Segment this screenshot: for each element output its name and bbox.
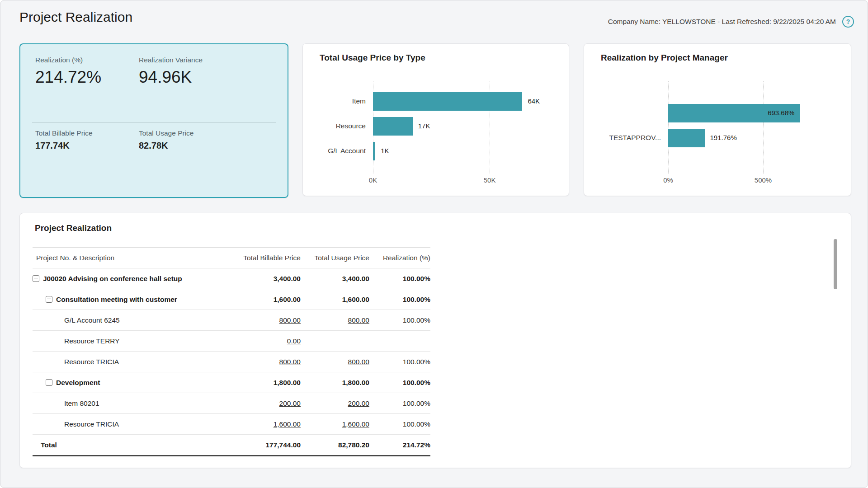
realization-cell: 100.00% [369,289,430,310]
drill-link[interactable]: 1,600.00 [274,420,301,428]
table-total-row: Total 177,744.00 82,780.20 214.72% [33,435,430,456]
x-axis-tick: 500% [755,176,772,184]
kpi-bottom-metrics: Total Billable Price 177.74K Total Usage… [35,129,276,151]
usage-price-by-type-chart-card: Total Usage Price by Type 0K50KItem64KRe… [302,43,569,196]
realization-cell [369,331,430,352]
bar-value-label: 693.68% [768,108,794,117]
realization-cell: 100.00% [369,352,430,372]
column-header-billable[interactable]: Total Billable Price [234,248,301,268]
table-row: Item 80201200.00200.00100.00% [33,393,430,414]
billable-cell: 1,600.00 [234,414,301,435]
drill-link[interactable]: 800.00 [279,316,301,324]
realization-cell: 100.00% [369,372,430,393]
kpi-total-usage: Total Usage Price 82.78K [139,129,276,151]
table-row: Development1,800.001,800.00100.00% [33,372,430,393]
realization-cell: 100.00% [369,393,430,414]
description-cell: Development [33,372,234,393]
drill-link[interactable]: 800.00 [279,358,301,366]
chart-bar[interactable] [373,117,413,136]
category-label: Item [318,97,366,106]
total-usage: 82,780.20 [301,435,369,456]
billable-cell: 1,800.00 [234,372,301,393]
billable-cell: 800.00 [234,310,301,331]
description-cell: J00020 Advising on conference hall setup [33,268,234,289]
kpi-label: Realization Variance [139,56,276,64]
drill-link[interactable]: 800.00 [348,316,369,324]
category-label: Resource [318,122,366,131]
table-row: G/L Account 6245800.00800.00100.00% [33,310,430,331]
collapse-minus-icon[interactable] [46,379,52,386]
row-description: J00020 Advising on conference hall setup [43,275,182,282]
billable-cell: 0.00 [234,331,301,352]
table-title: Project Realization [35,223,112,233]
x-axis-tick: 0% [663,176,673,184]
chart-gridline [668,81,669,174]
collapse-minus-icon[interactable] [33,275,39,282]
chart-bar[interactable] [373,92,522,111]
page-title: Project Realization [19,9,132,25]
collapse-minus-icon[interactable] [46,296,52,303]
drill-link[interactable]: 1,600.00 [342,420,369,428]
row-description: Resource TERRY [64,337,120,345]
usage-cell: 800.00 [301,352,369,372]
table-row: J00020 Advising on conference hall setup… [33,268,430,289]
column-header-description[interactable]: Project No. & Description [33,248,234,268]
usage-cell: 200.00 [301,393,369,414]
usage-cell: 3,400.00 [301,268,369,289]
usage-cell: 800.00 [301,310,369,331]
bar-value-label: 1K [381,146,389,155]
row-description: G/L Account 6245 [64,316,120,324]
help-icon[interactable]: ? [842,16,854,28]
kpi-value: 94.96K [139,68,276,87]
total-billable: 177,744.00 [234,435,301,456]
drill-link[interactable]: 800.00 [348,358,369,366]
row-description: Development [56,379,100,386]
dashboard-window: Project Realization Company Name: YELLOW… [0,0,868,488]
project-realization-table: Project No. & Description Total Billable… [33,247,430,456]
billable-cell: 200.00 [234,393,301,414]
chart-gridline [763,81,764,174]
description-cell: Item 80201 [33,393,234,414]
kpi-label: Realization (%) [35,56,139,64]
category-label: G/L Account [318,146,366,155]
drill-link[interactable]: 200.00 [348,399,369,407]
row-description: Item 80201 [64,399,99,407]
kpi-label: Total Billable Price [35,129,139,137]
chart-plot-area: 0%500%693.68%TESTAPPROV...191.76% [599,44,846,196]
billable-cell: 1,600.00 [234,289,301,310]
description-cell: Consultation meeting with customer [33,289,234,310]
bar-value-label: 191.76% [710,133,737,142]
usage-cell: 1,600.00 [301,414,369,435]
table-scrollbar[interactable] [834,239,837,289]
company-refresh-meta: Company Name: YELLOWSTONE - Last Refresh… [608,18,836,26]
realization-cell: 100.00% [369,414,430,435]
kpi-card: Realization (%) 214.72% Realization Vari… [19,43,288,198]
row-description: Consultation meeting with customer [56,296,177,303]
drill-link[interactable]: 0.00 [287,337,301,345]
kpi-value: 214.72% [35,68,139,87]
table-row: Resource TERRY0.00 [33,331,430,352]
kpi-value: 177.74K [35,141,139,151]
usage-cell [301,331,369,352]
header-meta-group: Company Name: YELLOWSTONE - Last Refresh… [608,16,854,28]
x-axis-tick: 50K [484,176,496,184]
kpi-realization-pct: Realization (%) 214.72% [35,56,139,87]
kpi-divider [32,122,276,122]
kpi-value: 82.78K [139,141,276,151]
description-cell: Resource TRICIA [33,352,234,372]
total-realization: 214.72% [369,435,430,456]
usage-cell: 1,800.00 [301,372,369,393]
realization-cell: 100.00% [369,310,430,331]
table-header-row: Project No. & Description Total Billable… [33,248,430,268]
realization-by-pm-chart-card: Realization by Project Manager 0%500%693… [584,43,851,196]
realization-cell: 100.00% [369,268,430,289]
column-header-usage[interactable]: Total Usage Price [301,248,369,268]
chart-bar[interactable] [373,142,375,160]
chart-bar[interactable] [668,129,705,147]
chart-plot-area: 0K50KItem64KResource17KG/L Account1K [318,44,564,196]
kpi-top-metrics: Realization (%) 214.72% Realization Vari… [35,56,276,87]
drill-link[interactable]: 200.00 [279,399,301,407]
row-description: Resource TRICIA [64,358,119,366]
column-header-realization[interactable]: Realization (%) [369,248,430,268]
row-description: Resource TRICIA [64,420,119,428]
